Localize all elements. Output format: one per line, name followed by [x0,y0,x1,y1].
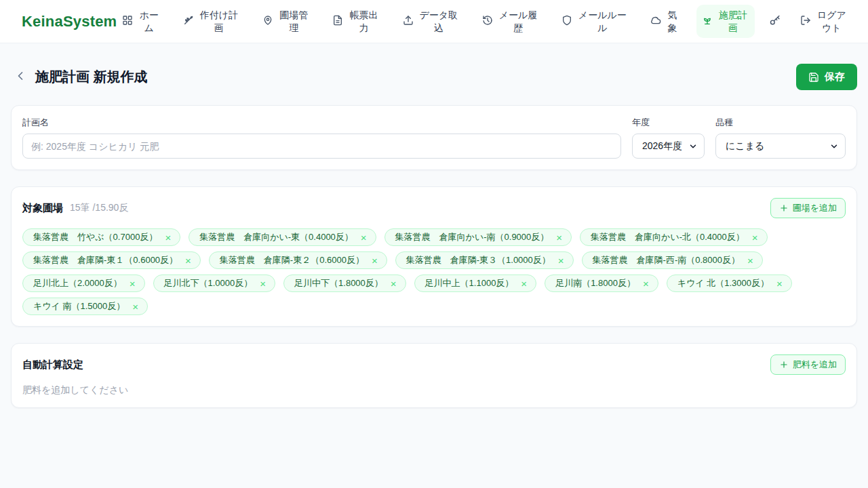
save-icon [808,72,819,83]
app-logo[interactable]: KeinaSystem [22,13,117,30]
remove-field-button[interactable]: × [519,279,528,289]
field-tag-label: 集落営農 竹やぶ（0.7000反） [33,231,157,243]
remove-field-button[interactable]: × [557,256,566,266]
chevron-down-icon [829,142,839,151]
upload-icon [403,15,414,28]
field-tag-label: キウイ 南（1.5000反） [33,300,125,312]
field-tag-label: 集落営農 倉庫隣-東１（0.6000反） [33,254,178,266]
year-select-value: 2026年度 [642,140,682,152]
auto-calc-empty-text: 肥料を追加してください [22,384,846,396]
main-nav: ホーム 作付け計画 圃場管理 帳票出力 データ取込 メール履歴 メールルール [117,5,853,37]
remove-field-button[interactable]: × [258,279,267,289]
nav-item-report-output[interactable]: 帳票出力 [327,5,385,37]
field-tag: 集落営農 倉庫隣-東３（1.0000反）× [395,251,574,269]
nav-item-password[interactable] [766,11,783,33]
plan-info-card: 計画名 年度 2026年度 品種 にこまる [11,105,857,170]
plan-name-input[interactable] [22,134,621,159]
cloud-icon [650,15,661,28]
plan-name-group: 計画名 [22,117,621,159]
back-button[interactable] [11,68,30,87]
nav-item-data-import[interactable]: データ取込 [397,5,465,37]
field-tag-label: 集落営農 倉庫隣-西-南（0.8000反） [593,254,740,266]
year-select[interactable]: 2026年度 [632,134,705,159]
target-fields-summary: 15筆 /15.90反 [70,202,128,214]
auto-calc-title: 自動計算設定 [22,359,83,371]
nav-label: メールルール [576,9,628,33]
variety-select[interactable]: にこまる [715,134,846,159]
chevron-down-icon [688,142,698,151]
page-title: 施肥計画 新規作成 [35,68,148,86]
remove-field-button[interactable]: × [775,279,784,289]
nav-label: 圃場管理 [277,9,310,33]
field-tag: 集落営農 倉庫隣-東１（0.6000反）× [22,251,201,269]
add-field-button[interactable]: 圃場を追加 [770,198,846,218]
field-tag-label: 足川北下（1.0000反） [164,277,253,289]
target-fields-card: 対象圃場 15筆 /15.90反 圃場を追加 集落営農 竹やぶ（0.7000反）… [11,186,857,327]
history-icon [482,15,493,28]
remove-field-button[interactable]: × [642,279,650,289]
plus-icon [779,360,789,369]
save-button[interactable]: 保存 [796,64,857,90]
year-group: 年度 2026年度 [632,117,705,159]
field-tag-label: 足川北上（2.0000反） [33,277,122,289]
year-label: 年度 [632,117,705,129]
map-pin-icon [262,15,273,28]
nav-item-weather[interactable]: 気象 [645,5,684,37]
field-tag: 集落営農 倉庫隣-東２（0.6000反）× [209,251,387,269]
shield-icon [561,15,572,28]
remove-field-button[interactable]: × [751,232,760,243]
remove-field-button[interactable]: × [555,232,564,243]
sprout-icon [702,15,713,28]
field-tag-label: 足川中上（1.1000反） [425,277,514,289]
field-tag-label: 集落営農 倉庫向かい-南（0.9000反） [395,231,549,243]
remove-field-button[interactable]: × [128,279,137,289]
variety-select-value: にこまる [726,140,764,152]
field-tag-label: 集落営農 倉庫向かい-北（0.4000反） [591,231,745,243]
field-tag: キウイ 北（1.3000反）× [667,274,792,292]
nav-item-mail-history[interactable]: メール履歴 [477,5,545,37]
grid-icon [122,15,133,28]
add-fertilizer-button[interactable]: 肥料を追加 [770,354,846,375]
field-tag: 足川南（1.8000反）× [545,274,658,292]
remove-field-button[interactable]: × [163,232,172,243]
remove-field-button[interactable]: × [131,302,140,312]
remove-field-button[interactable]: × [389,279,398,289]
main-content: 計画名 年度 2026年度 品種 にこまる 対象圃場 15筆 [0,105,868,408]
field-tag-label: 足川中下（1.8000反） [294,277,383,289]
nav-item-home[interactable]: ホーム [117,5,165,37]
field-tag-label: 集落営農 倉庫隣-東３（1.0000反） [406,254,551,266]
nav-item-fertilization-plan[interactable]: 施肥計画 [696,5,755,37]
field-tag: 集落営農 倉庫向かい-北（0.4000反）× [580,228,767,246]
field-tag: 集落営農 倉庫向かい-東（0.4000反）× [189,228,376,246]
target-fields-title: 対象圃場 [22,202,63,215]
nav-label: 気象 [665,9,679,33]
add-fertilizer-button-label: 肥料を追加 [793,359,837,371]
field-tag-label: 足川南（1.8000反） [555,277,635,289]
page-header: 施肥計画 新規作成 保存 [0,43,868,105]
remove-field-button[interactable]: × [370,256,379,266]
remove-field-button[interactable]: × [184,256,193,266]
field-tag-label: キウイ 北（1.3000反） [677,277,769,289]
field-tag: 足川中下（1.8000反）× [283,274,406,292]
auto-calc-card: 自動計算設定 肥料を追加 肥料を追加してください [11,343,857,408]
add-field-button-label: 圃場を追加 [793,202,837,214]
field-tag: キウイ 南（1.5000反）× [22,298,148,315]
nav-item-planting-plan[interactable]: 作付け計画 [178,5,245,37]
logout-icon [800,15,811,28]
variety-group: 品種 にこまる [715,117,846,159]
nav-label: データ取込 [418,9,460,33]
nav-item-field-management[interactable]: 圃場管理 [257,5,315,37]
field-tag: 足川中上（1.1000反）× [414,274,537,292]
nav-label: ホーム [137,9,160,33]
nav-item-logout[interactable]: ログアウト [795,5,853,37]
field-tag: 足川北下（1.0000反）× [153,274,276,292]
remove-field-button[interactable]: × [359,232,368,243]
nav-label: 帳票出力 [347,9,380,33]
field-tag-label: 集落営農 倉庫向かい-東（0.4000反） [199,231,353,243]
plan-name-label: 計画名 [22,117,621,129]
file-text-icon [332,15,343,28]
plus-icon [779,203,789,213]
nav-item-mail-rules[interactable]: メールルール [556,5,633,37]
app-header: KeinaSystem ホーム 作付け計画 圃場管理 帳票出力 データ取込 メー… [0,0,868,43]
remove-field-button[interactable]: × [746,256,755,266]
